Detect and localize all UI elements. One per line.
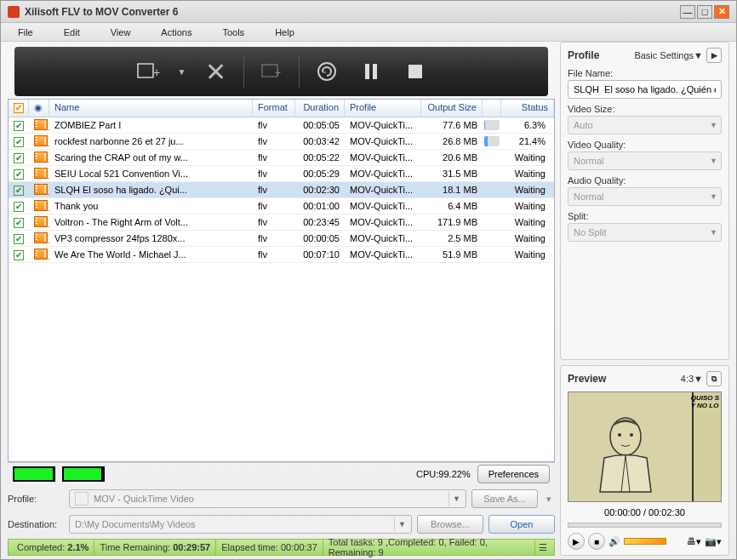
select-all-checkbox[interactable]: ✔ [14,103,24,113]
table-row[interactable]: ✔rockfest narbonne 26 et 27 ju...flv00:0… [9,134,554,150]
row-duration: 00:07:10 [295,248,345,261]
videoquality-select[interactable]: Normal▼ [568,151,722,170]
save-as-button[interactable]: Save As... [471,489,538,508]
aspect-ratio-link[interactable]: 4:3▼ [681,374,703,384]
row-checkbox[interactable]: ✔ [14,218,24,228]
menu-view[interactable]: View [111,27,131,37]
row-duration: 00:02:30 [295,183,345,197]
maximize-button[interactable]: □ [697,5,712,19]
col-output-size[interactable]: Output Size [421,100,483,117]
row-format: flv [253,248,295,261]
col-name[interactable]: Name [49,100,253,117]
menu-file[interactable]: File [18,27,33,37]
film-icon [34,216,48,227]
row-format: flv [253,118,295,132]
row-progressbar [484,120,500,130]
row-checkbox[interactable]: ✔ [14,186,24,196]
profile-dropdown-icon[interactable]: ▾ [543,494,555,505]
add-files-button[interactable]: + [131,56,165,87]
row-name: SEIU Local 521 Convention Vi... [49,167,253,180]
row-checkbox[interactable]: ✔ [14,250,24,260]
destination-combo[interactable]: D:\My Documents\My Videos ▼ [69,515,412,534]
row-checkbox[interactable]: ✔ [14,121,24,131]
snapshot-folder-icon[interactable]: 🖶▾ [687,536,701,547]
row-status: Waiting [501,183,554,197]
row-checkbox[interactable]: ✔ [14,153,24,163]
table-row[interactable]: ✔Scaring the CRAP out of my w...flv00:05… [9,150,554,166]
col-format[interactable]: Format [253,100,295,117]
preview-stop-button[interactable]: ■ [588,533,605,550]
row-name: ZOMBIEZ Part I [49,118,253,132]
stop-button[interactable] [398,56,432,87]
row-duration: 00:03:42 [295,134,345,148]
menu-help[interactable]: Help [275,27,294,37]
videosize-select[interactable]: Auto▼ [568,116,722,134]
list-view-icon[interactable]: ☰ [535,542,551,553]
row-profile: MOV-QuickTi... [345,199,421,213]
table-row[interactable]: ✔Voltron - The Right Arm of Volt...flv00… [9,214,554,231]
output-folder-button[interactable]: + [254,56,289,87]
cpu-core2-meter [62,466,105,482]
menu-edit[interactable]: Edit [64,27,80,37]
preview-window-icon[interactable]: ⧉ [706,371,722,386]
profile-play-icon[interactable]: ▶ [706,48,722,63]
table-row[interactable]: ✔SEIU Local 521 Convention Vi...flv00:05… [9,166,554,182]
preview-seekbar[interactable] [568,523,722,528]
filename-label: File Name: [568,68,722,78]
profile-combo[interactable]: MOV - QuickTime Video ▼ [69,489,466,508]
col-source-icon[interactable]: ◉ [29,100,49,117]
preview-title: Preview [568,373,606,385]
row-status: Waiting [501,199,554,213]
row-profile: MOV-QuickTi... [345,118,421,132]
table-row[interactable]: ✔We Are The World - Michael J...flv00:07… [9,247,554,263]
menu-tools[interactable]: Tools [222,27,244,37]
svg-rect-5 [365,64,369,79]
col-duration[interactable]: Duration [295,100,345,117]
table-body: ✔ZOMBIEZ Part Iflv00:05:05MOV-QuickTi...… [9,117,554,461]
table-row[interactable]: ✔SLQH El soso ha ligado. ¿Qui...flv00:02… [9,182,554,198]
basic-settings-link[interactable]: Basic Settings▼ [634,50,703,60]
filename-input[interactable] [568,80,722,99]
film-icon [34,249,48,260]
row-duration: 00:05:22 [295,151,345,164]
col-profile[interactable]: Profile [345,100,421,117]
preferences-button[interactable]: Preferences [477,465,550,483]
convert-button[interactable] [310,56,344,87]
table-row[interactable]: ✔ZOMBIEZ Part Iflv00:05:05MOV-QuickTi...… [9,117,554,134]
close-button[interactable]: ✕ [714,5,729,19]
film-icon [34,184,48,195]
browse-button[interactable]: Browse... [417,515,483,534]
row-format: flv [253,215,295,229]
row-duration: 00:01:00 [295,199,345,213]
svg-text:+: + [153,66,160,79]
table-row[interactable]: ✔Thank youflv00:01:00MOV-QuickTi...6.4 M… [9,198,554,214]
add-dropdown-icon[interactable]: ▼ [175,56,189,87]
col-status[interactable]: Status [501,100,554,117]
volume-slider[interactable] [624,538,666,545]
pause-button[interactable] [354,56,388,87]
app-logo-icon [8,6,20,18]
preview-play-button[interactable]: ▶ [568,533,585,550]
audioquality-select[interactable]: Normal▼ [568,187,722,206]
row-size: 51.9 MB [421,248,483,261]
snapshot-icon[interactable]: 📷▾ [705,536,722,547]
titlebar: Xilisoft FLV to MOV Converter 6 — □ ✕ [1,1,736,23]
film-icon [34,232,48,243]
remove-button[interactable]: ✕ [199,56,233,87]
row-profile: MOV-QuickTi... [345,183,421,197]
row-checkbox[interactable]: ✔ [14,137,24,147]
open-button[interactable]: Open [488,515,555,534]
menu-actions[interactable]: Actions [161,27,191,37]
minimize-button[interactable]: — [680,5,695,19]
row-checkbox[interactable]: ✔ [14,202,24,212]
svg-rect-0 [138,64,153,77]
table-row[interactable]: ✔VP3 compressor 24fps 1280x...flv00:00:0… [9,231,554,247]
film-icon [34,151,48,163]
split-select[interactable]: No Split▼ [568,223,722,242]
svg-point-9 [618,433,621,437]
preview-caption: QUISO S Y NO LO [691,394,719,409]
row-checkbox[interactable]: ✔ [14,169,24,180]
row-checkbox[interactable]: ✔ [14,234,24,244]
volume-icon[interactable]: 🔊 [608,536,620,547]
row-duration: 00:05:05 [295,118,345,132]
